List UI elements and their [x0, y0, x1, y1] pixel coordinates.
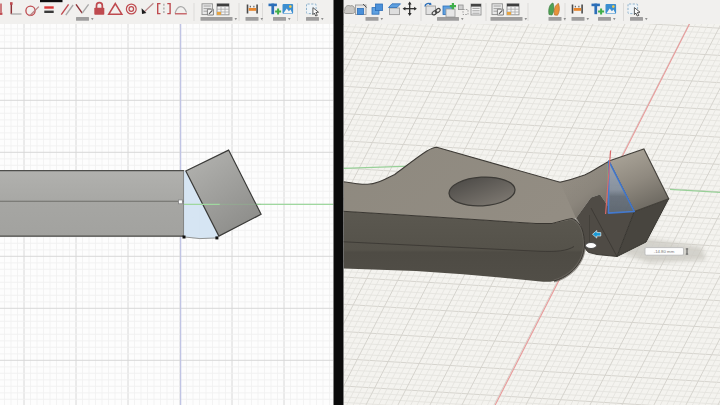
svg-text:-14.80 mm: -14.80 mm: [654, 249, 675, 254]
